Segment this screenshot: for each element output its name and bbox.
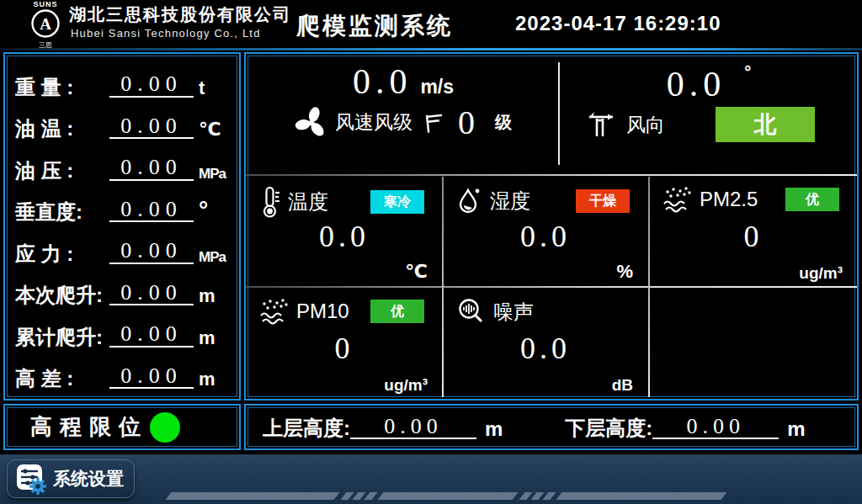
pm25-label: PM2.5 <box>700 188 758 211</box>
oil-temp-value: 0.00 <box>109 114 194 139</box>
grid-divider-v1 <box>442 177 444 397</box>
height-diff-row: 高 差 : 0.00 m <box>15 353 231 395</box>
wind-level-unit: 级 <box>495 111 512 134</box>
dust-icon <box>662 185 693 214</box>
header-divider <box>0 48 862 50</box>
noise-label: 噪声 <box>493 299 534 326</box>
wind-speed-value: 0.0 <box>353 62 412 101</box>
pm25-unit: ug/m³ <box>799 264 843 283</box>
elevation-limit-panel: 高程限位 <box>3 404 241 450</box>
oil-temp-unit: ℃ <box>197 120 231 139</box>
temperature-cell: 温度 寒冷 0.0 ℃ <box>249 177 439 286</box>
pm25-cell: PM2.5 优 0 ug/m³ <box>652 177 854 286</box>
svg-text:A: A <box>40 15 51 33</box>
pm25-value: 0 <box>652 219 854 254</box>
upper-height-group: 上层高度: 0.00 m <box>263 415 503 439</box>
current-climb-value: 0.00 <box>109 281 194 305</box>
pm25-badge: 优 <box>785 188 839 211</box>
verticality-value: 0.00 <box>109 198 194 222</box>
pm10-badge: 优 <box>370 300 424 323</box>
noise-value: 0.0 <box>446 331 645 366</box>
elevation-limit-indicator <box>150 412 180 443</box>
system-settings-label: 系统设置 <box>53 467 124 491</box>
humidity-badge: 干燥 <box>576 189 630 213</box>
wind-level-value: 0 <box>458 103 476 142</box>
footer-decoration <box>0 492 862 500</box>
measurements-sidebar: 重 量 : 0.00 t 油 温 : 0.00 ℃ 油 压 : 0.00 MPa… <box>3 52 241 401</box>
pm10-value: 0 <box>249 331 439 366</box>
grid-divider-v2 <box>648 177 650 397</box>
height-diff-value: 0.00 <box>109 364 194 389</box>
dust-icon <box>259 297 290 326</box>
noise-icon <box>456 297 487 327</box>
height-diff-unit: m <box>197 370 231 389</box>
wind-direction-section: 0.0° 风向 北 <box>561 57 857 173</box>
lower-height-unit: m <box>787 419 805 439</box>
total-climb-unit: m <box>197 329 231 347</box>
company-logo: SUNS A 三思 <box>24 1 67 47</box>
upper-height-unit: m <box>485 419 503 439</box>
wind-level-flag-icon <box>421 110 446 135</box>
wind-vane-icon <box>583 109 620 141</box>
stress-label: 应 力 : <box>15 244 109 264</box>
weight-value: 0.00 <box>109 72 194 97</box>
oil-pressure-label: 油 压 : <box>15 161 109 181</box>
stress-unit: MPa <box>197 250 231 264</box>
oil-pressure-row: 油 压 : 0.00 MPa <box>15 145 231 187</box>
stress-value: 0.00 <box>109 239 194 263</box>
wind-direction-unit: ° <box>744 62 751 81</box>
total-climb-row: 累计爬升: 0.00 m <box>15 311 231 353</box>
wind-speed-label: 风速风级 <box>335 109 412 135</box>
company-name-en: Hubei Sansi Technology Co., Ltd <box>71 27 261 40</box>
footer-slash <box>364 492 377 500</box>
oil-temp-label: 油 温 : <box>15 119 109 139</box>
temperature-label: 温度 <box>288 188 328 215</box>
noise-cell: 噪声 0.0 dB <box>446 289 645 398</box>
logo-suns-text: SUNS <box>24 1 67 8</box>
fan-icon <box>295 106 328 140</box>
grid-divider-h1 <box>246 174 857 176</box>
lower-height-label: 下层高度: <box>565 417 652 439</box>
wind-direction-button[interactable]: 北 <box>716 107 815 142</box>
wind-speed-section: 0.0m/s 风速风级 0 级 <box>247 57 559 173</box>
verticality-unit: ° <box>197 199 231 222</box>
upper-height-value: 0.00 <box>350 415 476 439</box>
noise-unit: dB <box>612 376 633 395</box>
lower-height-group: 下层高度: 0.00 m <box>565 415 805 439</box>
datetime-display: 2023-04-17 16:29:10 <box>515 12 721 35</box>
weight-unit: t <box>197 79 231 98</box>
grid-divider-h2 <box>246 286 857 288</box>
weight-label: 重 量 : <box>15 77 109 98</box>
footer-stripe <box>377 492 518 500</box>
logo-icon: A <box>30 8 61 39</box>
upper-height-label: 上层高度: <box>263 417 350 439</box>
settings-sliders-gear-icon <box>14 462 48 496</box>
lower-height-value: 0.00 <box>652 415 779 439</box>
oil-pressure-unit: MPa <box>197 167 231 181</box>
humidity-cell: 湿度 干燥 0.0 % <box>446 177 645 286</box>
footer-stripe <box>556 492 726 500</box>
humidity-label: 湿度 <box>490 188 530 215</box>
temperature-value: 0.0 <box>249 219 439 254</box>
pm10-unit: ug/m³ <box>384 376 428 395</box>
thermometer-icon <box>259 185 281 219</box>
total-climb-value: 0.00 <box>109 322 194 347</box>
verticality-label: 垂直度: <box>15 202 109 222</box>
footer-stripe <box>165 492 339 500</box>
footer-bar: 系统设置 <box>0 454 862 504</box>
pm10-cell: PM10 优 0 ug/m³ <box>249 289 439 398</box>
company-name-cn: 湖北三思科技股份有限公司 <box>69 3 291 26</box>
wind-direction-label: 风向 <box>626 112 665 138</box>
current-climb-unit: m <box>197 287 231 305</box>
height-diff-label: 高 差 : <box>15 369 109 389</box>
oil-pressure-value: 0.00 <box>109 156 194 180</box>
environment-panel: 0.0m/s 风速风级 0 级 <box>244 52 859 401</box>
weight-row: 重 量 : 0.00 t <box>15 61 231 103</box>
droplet-icon <box>456 185 483 217</box>
wind-section-divider <box>558 62 560 165</box>
temperature-badge: 寒冷 <box>370 190 424 214</box>
empty-cell <box>652 289 854 398</box>
layer-heights-panel: 上层高度: 0.00 m 下层高度: 0.00 m <box>244 404 859 450</box>
current-climb-row: 本次爬升: 0.00 m <box>15 270 231 312</box>
current-climb-label: 本次爬升: <box>15 285 109 305</box>
